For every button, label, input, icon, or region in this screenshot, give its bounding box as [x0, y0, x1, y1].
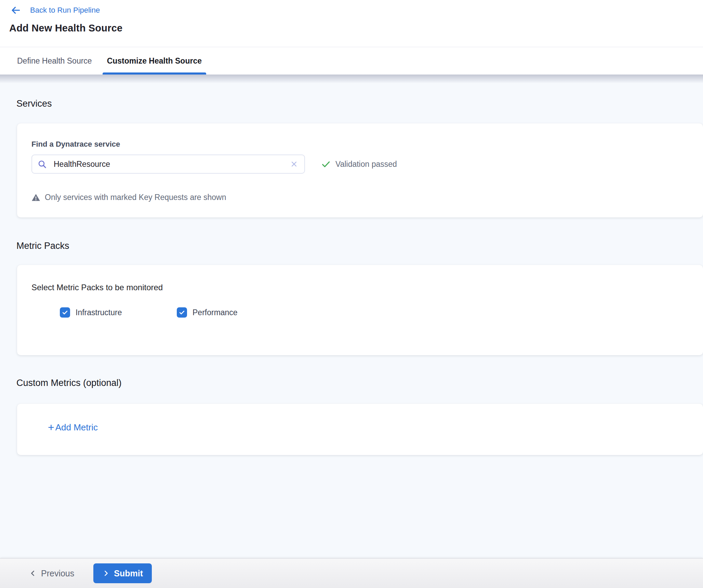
add-metric-button[interactable]: + Add Metric [48, 422, 98, 433]
services-card: Find a Dynatrace service [17, 123, 703, 217]
check-icon [321, 159, 331, 169]
submit-button[interactable]: Submit [93, 563, 152, 583]
submit-label: Submit [114, 569, 143, 578]
custom-metrics-heading: Custom Metrics (optional) [16, 378, 703, 388]
checkbox-infrastructure[interactable]: Infrastructure [60, 307, 177, 318]
page-title: Add New Health Source [9, 23, 703, 34]
services-warning: Only services with marked Key Requests a… [31, 193, 703, 202]
page-header: Back to Run Pipeline Add New Health Sour… [0, 0, 703, 47]
checkbox-performance[interactable]: Performance [177, 307, 294, 318]
warning-icon [31, 193, 40, 202]
service-search-field[interactable] [54, 160, 287, 169]
validation-status: Validation passed [321, 159, 397, 169]
metric-packs-options: Infrastructure Performance [31, 307, 703, 318]
checkbox-label: Infrastructure [76, 308, 122, 317]
checkbox-label: Performance [193, 308, 238, 317]
previous-label: Previous [41, 569, 74, 578]
back-arrow-icon [10, 5, 21, 16]
add-metric-label: Add Metric [55, 422, 98, 433]
search-icon [38, 160, 47, 169]
metric-packs-heading: Metric Packs [16, 241, 703, 251]
warning-text: Only services with marked Key Requests a… [45, 193, 226, 202]
metric-packs-card: Select Metric Packs to be monitored Infr… [17, 265, 703, 355]
tab-customize-health-source[interactable]: Customize Health Source [103, 47, 206, 75]
plus-icon: + [48, 422, 54, 433]
clear-search-icon[interactable] [290, 160, 298, 168]
services-heading: Services [16, 75, 703, 109]
add-new-health-source-page: Back to Run Pipeline Add New Health Sour… [0, 0, 703, 588]
service-search-label: Find a Dynatrace service [31, 140, 703, 149]
metric-packs-subtitle: Select Metric Packs to be monitored [31, 283, 703, 292]
content-area: Services Find a Dynatrace service [0, 75, 703, 558]
validation-text: Validation passed [335, 160, 397, 169]
previous-button[interactable]: Previous [29, 569, 74, 578]
custom-metrics-card: + Add Metric [17, 404, 703, 455]
footer-bar: Previous Submit [0, 558, 703, 588]
back-link-label: Back to Run Pipeline [30, 6, 100, 15]
checkbox-checked-icon [60, 307, 70, 318]
tab-bar: Define Health Source Customize Health So… [0, 47, 703, 75]
service-search-row: Validation passed [31, 155, 703, 174]
checkbox-checked-icon [177, 307, 187, 318]
tab-define-health-source[interactable]: Define Health Source [13, 47, 96, 75]
chevron-right-icon [102, 570, 110, 577]
back-link[interactable]: Back to Run Pipeline [0, 0, 100, 16]
chevron-left-icon [29, 570, 37, 577]
service-search-box[interactable] [31, 155, 305, 174]
